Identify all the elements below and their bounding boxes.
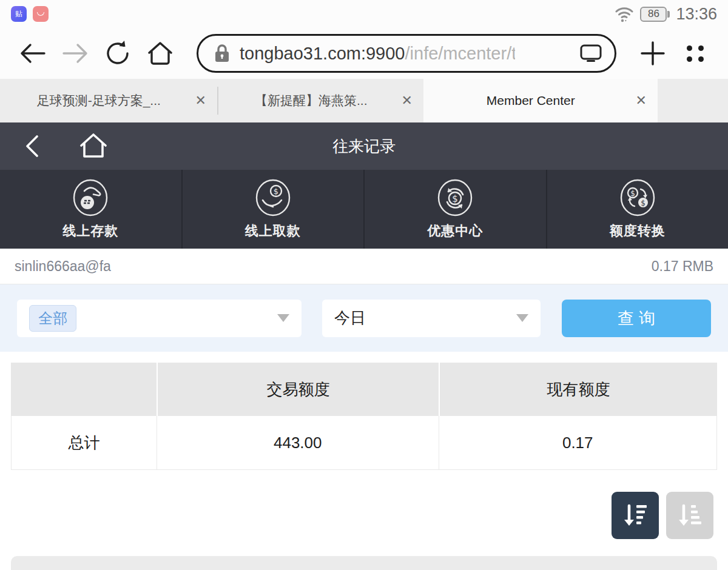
lock-icon xyxy=(214,44,230,63)
battery-percent: 86 xyxy=(640,7,667,22)
deposit-button[interactable]: 线上存款 xyxy=(0,170,181,249)
balance-transfer-icon: $ $ xyxy=(618,178,657,217)
withdraw-icon: $ xyxy=(254,178,292,217)
sort-controls xyxy=(0,470,728,539)
deposit-icon xyxy=(71,178,110,217)
status-bar: 贴 86 13:36 xyxy=(0,0,728,28)
quick-action-label: 线上存款 xyxy=(62,222,118,240)
balance-transfer-button[interactable]: $ $ 额度转换 xyxy=(546,170,728,249)
transaction-amount-cell: 443.00 xyxy=(157,416,439,469)
svg-text:$: $ xyxy=(641,199,645,207)
url-host: tongbao31.com:9900 xyxy=(240,44,405,64)
appgallery-smile-icon xyxy=(37,12,44,16)
table-header-current: 现有额度 xyxy=(440,363,717,416)
query-button[interactable]: 查询 xyxy=(562,300,711,337)
url-path: /infe/mcenter/ xyxy=(405,44,512,64)
wifi-icon xyxy=(615,5,634,23)
table-row-total: 总计 443.00 0.17 xyxy=(11,416,717,470)
address-bar[interactable]: tongbao31.com:9900/infe/mcenter/t xyxy=(197,34,616,73)
menu-button[interactable] xyxy=(678,36,712,70)
account-balance: 0.17 RMB xyxy=(652,258,713,275)
sort-ascending-button[interactable] xyxy=(666,492,713,539)
date-select-value: 今日 xyxy=(334,307,366,329)
page-header: 往来记录 xyxy=(0,122,728,170)
table-header-blank xyxy=(11,363,157,416)
refresh-button[interactable] xyxy=(101,36,135,70)
tab-haiyan[interactable]: 【新提醒】海燕策... ✕ xyxy=(218,79,423,122)
url-truncated: t xyxy=(511,44,515,64)
page-title: 往来记录 xyxy=(0,136,728,157)
chevron-down-icon xyxy=(277,314,289,322)
total-label-cell: 总计 xyxy=(12,416,157,469)
quick-action-label: 额度转换 xyxy=(610,222,666,240)
type-select-value: 全部 xyxy=(29,305,76,332)
quick-action-label: 优惠中心 xyxy=(427,222,483,240)
filter-section: 全部 今日 查询 xyxy=(0,284,728,352)
tab-member-center[interactable]: Member Center ✕ xyxy=(423,79,658,122)
menu-dots-icon xyxy=(687,45,704,62)
type-select[interactable]: 全部 xyxy=(17,300,302,337)
table-header-transaction: 交易额度 xyxy=(158,363,439,416)
new-tab-button[interactable] xyxy=(636,36,670,70)
sort-descending-button[interactable] xyxy=(612,492,659,539)
svg-text:$: $ xyxy=(274,187,278,196)
back-button[interactable] xyxy=(16,36,50,70)
close-tab-icon[interactable]: ✕ xyxy=(193,90,209,111)
sort-ascending-icon xyxy=(676,501,704,529)
promotions-button[interactable]: $ 优惠中心 xyxy=(363,170,546,249)
desktop-mode-icon[interactable] xyxy=(579,44,602,63)
tab-football[interactable]: 足球预测-足球方案_... ✕ xyxy=(0,79,217,122)
date-select[interactable]: 今日 xyxy=(322,300,541,337)
status-clock: 13:36 xyxy=(676,5,717,24)
battery-nub-icon xyxy=(667,11,670,18)
sort-descending-icon xyxy=(621,501,649,529)
close-tab-icon[interactable]: ✕ xyxy=(399,90,415,111)
forward-button[interactable] xyxy=(58,36,92,70)
chevron-down-icon xyxy=(516,314,528,322)
home-button[interactable] xyxy=(143,36,177,70)
url-text: tongbao31.com:9900/infe/mcenter/t xyxy=(240,44,579,64)
quick-actions: 线上存款 $ 线上取款 $ 优惠中心 xyxy=(0,170,728,249)
withdraw-button[interactable]: $ 线上取款 xyxy=(181,170,364,249)
browser-toolbar: tongbao31.com:9900/infe/mcenter/t xyxy=(0,28,728,79)
table-header-row: 交易额度 现有额度 xyxy=(11,363,717,416)
quick-action-label: 线上取款 xyxy=(245,222,301,240)
record-list-card-top xyxy=(11,556,717,570)
tieba-app-icon: 贴 xyxy=(11,6,27,22)
account-username: sinlin666aa@fa xyxy=(15,258,111,275)
current-amount-cell: 0.17 xyxy=(439,416,717,469)
promotions-icon: $ xyxy=(436,178,474,217)
close-tab-icon[interactable]: ✕ xyxy=(633,90,649,111)
svg-text:$: $ xyxy=(452,193,458,204)
tab-title: 足球预测-足球方案_... xyxy=(15,92,183,109)
tab-title: 【新提醒】海燕策... xyxy=(233,92,389,109)
tab-strip: 足球预测-足球方案_... ✕ 【新提醒】海燕策... ✕ Member Cen… xyxy=(0,79,728,122)
notification-icons: 贴 xyxy=(11,6,49,22)
account-row: sinlin666aa@fa 0.17 RMB xyxy=(0,249,728,284)
appgallery-app-icon xyxy=(33,6,49,22)
summary-table: 交易额度 现有额度 总计 443.00 0.17 xyxy=(11,363,717,470)
tab-title: Member Center xyxy=(438,93,624,108)
tab-strip-filler xyxy=(658,79,728,122)
svg-text:$: $ xyxy=(630,189,635,198)
battery-indicator: 86 xyxy=(640,7,670,22)
